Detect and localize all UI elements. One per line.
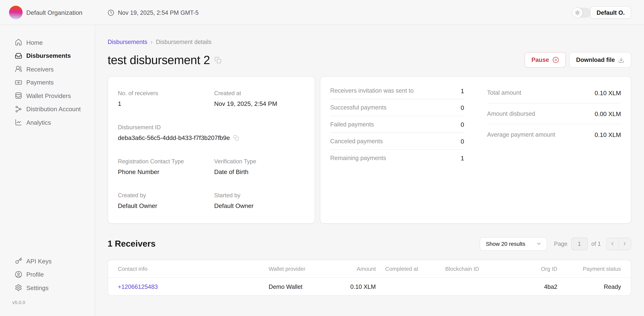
page-nav-group — [606, 237, 631, 250]
stat-label: Average payment amount — [487, 131, 555, 138]
sidebar-item-label: Disbursements — [26, 52, 71, 59]
stat-label: Amount disbursed — [487, 110, 535, 117]
cell-org-id: 4ba2 — [527, 283, 557, 290]
gear-icon — [15, 284, 22, 291]
field-value: Nov 19, 2025, 2:54 PM — [214, 100, 305, 107]
field-label: Started by — [214, 192, 305, 199]
account-button[interactable]: Default O. — [590, 6, 631, 19]
show-results-label: Show 20 results — [486, 241, 525, 247]
copy-title-button[interactable] — [214, 56, 222, 63]
receiver-contact-link[interactable]: +12066125483 — [118, 283, 158, 290]
user-circle-icon — [15, 271, 22, 278]
stat-value: 0.10 XLM — [595, 131, 621, 138]
field-label: No. of receivers — [118, 90, 208, 96]
column-header-amount: Amount — [338, 266, 376, 272]
field-disbursement-id: Disbursement ID deba3a6c-56c5-4ddd-b433-… — [118, 124, 305, 141]
field-label: Disbursement ID — [118, 124, 305, 130]
receivers-heading: 1 Receivers — [108, 239, 156, 249]
sidebar-item-label: Profile — [26, 271, 44, 278]
pause-circle-icon — [552, 56, 559, 63]
table-row: +12066125483 Demo Wallet 0.10 XLM 4ba2 R… — [108, 278, 631, 295]
users-icon — [15, 65, 22, 73]
copy-disbursement-id-button[interactable] — [233, 135, 239, 141]
stat-value: 0 — [461, 138, 464, 144]
breadcrumb-disbursements-link[interactable]: Disbursements — [108, 39, 147, 45]
page-label: Page — [554, 241, 568, 247]
sidebar-item-api-keys[interactable]: API Keys — [0, 255, 95, 268]
pagination-controls: Show 20 results Page of 1 — [480, 237, 631, 251]
sidebar-item-disbursements[interactable]: Disbursements — [0, 49, 95, 62]
chevron-right-icon — [622, 241, 628, 247]
table-header-row: Contact info Wallet provider Amount Comp… — [108, 260, 631, 278]
app-root: Default Organization Nov 19, 2025, 2:54 … — [0, 0, 644, 316]
clock-icon — [108, 9, 114, 16]
home-icon — [15, 39, 22, 46]
next-page-button[interactable] — [619, 238, 631, 250]
page-title: test disbursement 2 — [108, 53, 210, 67]
payment-counts-column: Receivers invitation was sent to 1 Succe… — [330, 82, 464, 166]
sidebar-item-label: Settings — [26, 284, 48, 291]
stat-label: Remaining payments — [330, 155, 386, 161]
field-no-of-receivers: No. of receivers 1 — [118, 90, 208, 107]
chart-line-icon — [15, 119, 22, 126]
sidebar-item-profile[interactable]: Profile — [0, 268, 95, 281]
previous-page-button[interactable] — [606, 238, 619, 250]
stat-row-remaining: Remaining payments 1 — [330, 150, 464, 166]
field-created-by: Created by Default Owner — [118, 192, 208, 209]
stat-value: 0 — [461, 104, 464, 111]
receivers-table: Contact info Wallet provider Amount Comp… — [108, 260, 631, 296]
stat-label: Failed payments — [330, 121, 374, 128]
column-header-completed-at: Completed at — [376, 266, 445, 272]
field-label: Created at — [214, 90, 305, 96]
cell-wallet-provider: Demo Wallet — [268, 283, 338, 290]
copy-icon — [214, 56, 222, 63]
sidebar-item-payments[interactable]: Payments — [0, 76, 95, 89]
theme-toggle[interactable] — [572, 8, 591, 18]
page-number-input[interactable] — [571, 237, 588, 250]
app-version: v5.0.0 — [0, 300, 95, 305]
sidebar-item-label: Wallet Providers — [26, 92, 71, 99]
stat-label: Successful payments — [330, 104, 386, 111]
stat-value: 0 — [461, 121, 464, 128]
cell-amount: 0.10 XLM — [338, 283, 376, 290]
column-header-wallet-provider: Wallet provider — [268, 266, 338, 272]
stat-label: Total amount — [487, 89, 521, 96]
wallet-icon — [15, 92, 22, 99]
stat-value: 1 — [461, 155, 464, 161]
field-value: 1 — [118, 100, 208, 107]
show-results-select[interactable]: Show 20 results — [480, 237, 547, 251]
network-icon — [15, 105, 22, 113]
sidebar-item-analytics[interactable]: Analytics — [0, 116, 95, 129]
pause-button[interactable]: Pause — [524, 52, 566, 68]
timestamp-text: Nov 19, 2025, 2:54 PM GMT-5 — [118, 9, 199, 16]
sidebar-item-label: Receivers — [26, 65, 54, 72]
details-card: No. of receivers 1 Created at Nov 19, 20… — [108, 76, 315, 224]
summary-cards: No. of receivers 1 Created at Nov 19, 20… — [108, 76, 631, 224]
field-started-by: Started by Default Owner — [214, 192, 305, 209]
download-file-button[interactable]: Download file — [569, 52, 631, 68]
sidebar-item-label: Analytics — [26, 119, 51, 126]
field-label: Registration Contact Type — [118, 158, 208, 165]
download-icon — [618, 57, 624, 63]
field-value: Date of Birth — [214, 168, 305, 175]
sidebar-item-label: Payments — [26, 79, 54, 86]
copy-icon — [233, 135, 239, 141]
sidebar-bottom-nav: API Keys Profile Settings v5.0.0 — [0, 255, 95, 305]
sidebar-item-distribution-account[interactable]: Distribution Account — [0, 102, 95, 116]
column-header-contact-info: Contact info — [118, 266, 269, 272]
field-verification-type: Verification Type Date of Birth — [214, 158, 305, 175]
column-header-blockchain-id: Blockchain ID — [445, 266, 527, 272]
stat-value: 1 — [461, 87, 464, 94]
sidebar-item-home[interactable]: Home — [0, 36, 95, 49]
current-time: Nov 19, 2025, 2:54 PM GMT-5 — [108, 0, 198, 25]
breadcrumb-current: Disbursement details — [156, 39, 212, 45]
disbursement-id-value: deba3a6c-56c5-4ddd-b433-f7f3b207fb9e — [118, 134, 230, 141]
sun-icon — [572, 8, 582, 18]
sidebar-item-wallet-providers[interactable]: Wallet Providers — [0, 89, 95, 102]
field-label: Created by — [118, 192, 208, 199]
banknote-icon — [15, 79, 22, 86]
sidebar-item-settings[interactable]: Settings — [0, 281, 95, 294]
sidebar-item-label: Home — [26, 39, 43, 46]
stat-row-canceled: Canceled payments 0 — [330, 133, 464, 150]
sidebar-item-receivers[interactable]: Receivers — [0, 62, 95, 76]
